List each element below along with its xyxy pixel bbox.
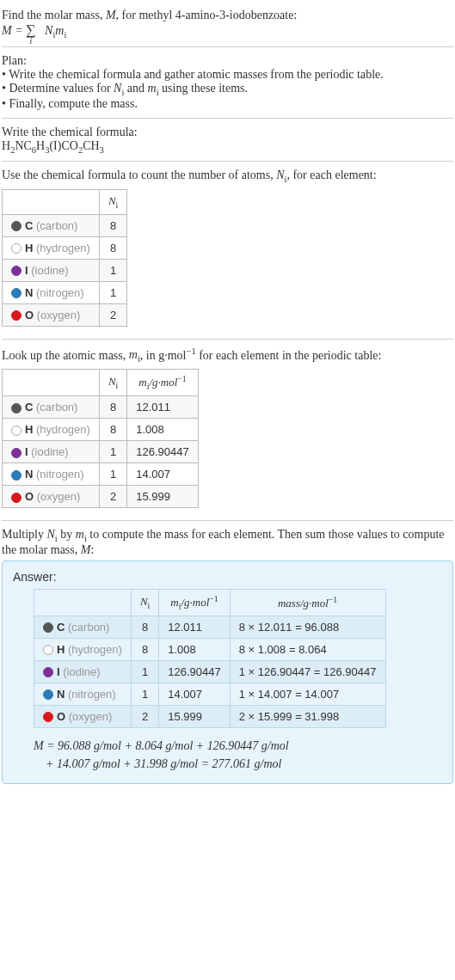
ni-cell: 2 [99,303,126,326]
ni-cell: 8 [99,396,126,419]
h-mi-sup: −1 [209,594,218,603]
header-mass: mass/g·mol−1 [230,589,385,616]
ni-cell: 1 [131,660,158,683]
elem-cell: H (hydrogen) [3,236,100,259]
elem-sym: N [25,286,33,299]
sigma-sub: i [29,36,32,46]
elem-sym: C [25,219,33,232]
table-row: I (iodine)1126.904471 × 126.90447 = 126.… [34,660,386,683]
final-equation: M = 96.088 g/mol + 8.064 g/mol + 126.904… [13,737,442,773]
mi-cell: 15.999 [159,705,230,727]
element-dot-icon [43,712,53,722]
molar-mass-equation: M = ∑i Nimi [2,24,66,37]
count-text: Use the chemical formula to count the nu… [2,168,453,184]
ni-cell: 1 [131,683,158,705]
var-M: M [106,9,116,21]
eq-mi: i [64,30,66,40]
plan-Ni: Ni [114,82,124,95]
answer-table: Ni mi/g·mol−1 mass/g·mol−1 C (carbon)812… [34,589,386,728]
ni-cell: 1 [99,441,126,463]
elem-name: (nitrogen) [68,688,116,701]
f-p0: H [2,139,10,152]
elem-name: (iodine) [31,445,68,458]
h-m: m [170,596,178,609]
element-dot-icon [11,221,22,231]
final-eq-line1: M = 96.088 g/mol + 8.064 g/mol + 126.904… [34,739,289,752]
mi-cell: 12.011 [127,396,198,419]
plan-l2a: • Determine values for [2,82,114,95]
element-dot-icon [43,622,53,633]
elem-sym: O [25,490,34,503]
elem-cell: N (nitrogen) [3,281,100,303]
plan-line-1: • Write the chemical formula and gather … [2,68,453,82]
elem-name: (oxygen) [37,309,81,322]
final-eq-line2: + 14.007 g/mol + 31.998 g/mol = 277.061 … [46,757,282,770]
elem-name: (nitrogen) [36,286,84,299]
eq-N: N [42,24,53,37]
table-header-row: Ni mi/g·mol−1 [3,370,199,396]
divider [2,161,453,162]
divider [2,339,453,340]
element-dot-icon [11,310,22,321]
document-root: Find the molar mass, M, for methyl 4-ami… [0,0,455,793]
elem-name: (carbon) [68,621,109,634]
mi-cell: 1.008 [127,419,198,441]
multiply-text: Multiply Ni by mi to compute the mass fo… [2,528,453,557]
elem-name: (oxygen) [69,710,113,723]
ni-cell: 1 [99,463,126,486]
element-dot-icon [11,243,22,254]
formula-section: Write the chemical formula: H2NC6H3(I)CO… [2,120,453,160]
f-p4: H [36,139,45,152]
f-p8: CH [83,139,99,152]
elem-sym: C [25,401,33,413]
table-row: I (iodine)1126.90447 [3,441,199,463]
elem-sym: H [57,643,65,656]
mi-cell: 15.999 [127,486,198,508]
element-dot-icon [43,667,53,677]
mul-Ni: Ni [47,528,58,541]
elem-cell: I (iodine) [3,259,100,281]
table-row: H (hydrogen)8 [3,236,127,259]
mi-cell: 126.90447 [127,441,198,463]
lookup-c: for each element in the periodic table: [196,348,382,361]
elem-cell: H (hydrogen) [34,638,132,660]
mul-mi: mi [76,528,87,541]
mi-cell: 1.008 [159,638,230,660]
h-i: i [116,381,119,390]
elem-cell: H (hydrogen) [3,419,100,441]
elem-sym: I [25,264,28,277]
lookup-mi: mi [129,348,140,361]
eq-m: m [55,24,64,37]
count-a: Use the chemical formula to count the nu… [2,168,276,181]
multiply-section: Multiply Ni by mi to compute the mass fo… [2,523,453,789]
table-row: C (carbon)812.0118 × 12.011 = 96.088 [34,616,386,638]
element-dot-icon [11,403,22,413]
plan-line-2: • Determine values for Ni and mi using t… [2,82,453,97]
mass-cell: 8 × 1.008 = 8.064 [230,638,385,660]
elem-name: (iodine) [63,665,100,678]
elem-name: (hydrogen) [68,643,122,656]
h-N: N [108,194,116,207]
element-dot-icon [11,493,22,503]
lookup-section: Look up the atomic mass, mi, in g·mol−1 … [2,341,453,518]
table-row: O (oxygen)215.999 [3,486,199,508]
elem-sym: H [25,242,33,254]
plan-mi: mi [148,82,159,95]
mul-d: : [90,543,94,556]
table-header-row: Ni mi/g·mol−1 mass/g·mol−1 [34,589,386,616]
ni-cell: 1 [99,281,126,303]
mul-M: M [81,543,91,556]
mass-cell: 1 × 126.90447 = 126.90447 [230,660,385,683]
table-row: I (iodine)1 [3,259,127,281]
ni-cell: 8 [99,419,126,441]
elem-name: (oxygen) [37,490,81,503]
elem-cell: I (iodine) [3,441,100,463]
ni-cell: 2 [99,486,126,508]
elem-cell: N (nitrogen) [34,683,132,705]
mi-cell: 14.007 [159,683,230,705]
ni-cell: 2 [131,705,158,727]
elem-name: (hydrogen) [36,423,90,436]
elem-sym: I [57,665,60,678]
header-Ni: Ni [99,190,126,215]
lookup-a: Look up the atomic mass, [2,348,129,361]
